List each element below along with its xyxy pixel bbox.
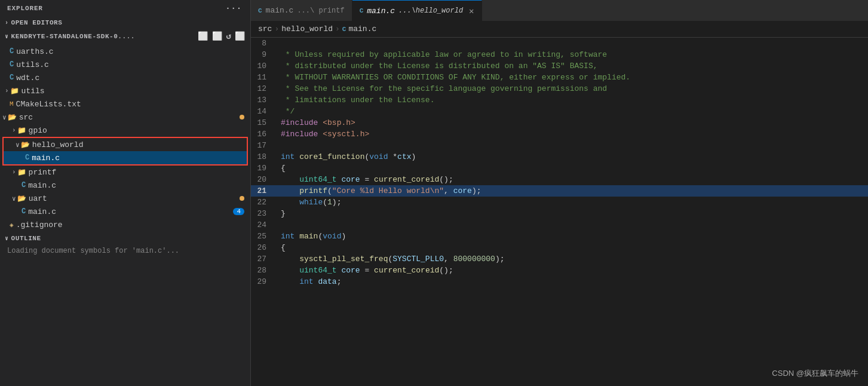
uart-badge: 4 bbox=[233, 208, 244, 215]
code-line-14: 14 */ bbox=[251, 106, 868, 117]
folder-chevron: › bbox=[12, 169, 16, 176]
cmake-icon: M bbox=[10, 100, 14, 108]
project-chevron: ∨ bbox=[5, 33, 9, 40]
folder-icon: 📂 bbox=[17, 194, 26, 203]
breadcrumb-c-icon: C bbox=[342, 26, 346, 33]
tab-printf-main[interactable]: C main.c ...\ printf bbox=[251, 0, 352, 21]
code-line-16: 16 #include <sysctl.h> bbox=[251, 128, 868, 140]
line-num: 23 bbox=[251, 208, 276, 219]
file-main-c-hello-world[interactable]: C main.c bbox=[4, 151, 247, 164]
folder-chevron: ∨ bbox=[2, 114, 7, 121]
collapse-icon[interactable]: ⬜ bbox=[235, 31, 246, 41]
breadcrumb-hello-world: hello_world bbox=[281, 24, 333, 33]
project-section[interactable]: ∨ KENDRYTE-STANDALONE-SDK-0.... ⬜ ⬜ ↺ ⬜ bbox=[0, 29, 250, 44]
folder-chevron: › bbox=[12, 127, 16, 134]
code-line-22: 22 while(1); bbox=[251, 197, 868, 208]
code-line-19: 19 { bbox=[251, 163, 868, 174]
file-label: .gitignore bbox=[16, 220, 63, 229]
code-line-15: 15 #include <bsp.h> bbox=[251, 117, 868, 128]
file-uarths[interactable]: C uarths.c bbox=[0, 45, 250, 58]
outline-label: OUTLINE bbox=[11, 235, 41, 242]
outline-status: Loading document symbols for 'main.c'... bbox=[0, 244, 250, 258]
folder-chevron: ∨ bbox=[12, 195, 16, 203]
code-line-27: 27 sysctl_pll_set_freq(SYSCTL_PLL0, 8000… bbox=[251, 253, 868, 265]
tab-hello-world-main[interactable]: C main.c ...\hello_world ✕ bbox=[352, 0, 482, 21]
line-content: } bbox=[276, 208, 286, 219]
c-icon: C bbox=[22, 181, 26, 189]
c-icon: C bbox=[10, 73, 14, 82]
file-main-c-printf[interactable]: C main.c bbox=[0, 179, 250, 192]
file-utils-c[interactable]: C utils.c bbox=[0, 58, 250, 71]
code-line-26: 26 { bbox=[251, 242, 868, 253]
more-icon[interactable]: ··· bbox=[224, 2, 243, 14]
folder-hello-world[interactable]: ∨ 📂 hello_world bbox=[4, 138, 247, 151]
folder-gpio[interactable]: › 📁 gpio bbox=[0, 124, 250, 137]
sidebar-header: EXPLORER ··· bbox=[0, 0, 250, 17]
folder-utils[interactable]: › 📁 utils bbox=[0, 84, 250, 97]
folder-icon: 📁 bbox=[17, 168, 26, 177]
folder-icon: 📁 bbox=[17, 126, 26, 135]
code-line-25: 25 int main(void) bbox=[251, 231, 868, 242]
code-line-17: 17 bbox=[251, 140, 868, 151]
code-editor[interactable]: 8 9 * Unless required by applicable law … bbox=[251, 38, 868, 386]
line-content: printf("Core %ld Hello world\n", core); bbox=[276, 185, 481, 197]
folder-src[interactable]: ∨ 📂 src bbox=[0, 111, 250, 124]
file-gitignore[interactable]: ◈ .gitignore bbox=[0, 218, 250, 231]
watermark: CSDN @疯狂飙车的蜗牛 bbox=[772, 368, 858, 379]
new-folder-icon[interactable]: ⬜ bbox=[212, 31, 223, 41]
code-line-21: 21 printf("Core %ld Hello world\n", core… bbox=[251, 185, 868, 197]
folder-icon: 📂 bbox=[8, 113, 17, 122]
file-tree: C uarths.c C utils.c C wdt.c › 📁 utils bbox=[0, 44, 250, 232]
code-line-13: 13 * limitations under the License. bbox=[251, 94, 868, 106]
file-icon: ◈ bbox=[10, 221, 14, 229]
file-label: main.c bbox=[32, 154, 60, 163]
file-wdt[interactable]: C wdt.c bbox=[0, 71, 250, 84]
file-label: main.c bbox=[28, 207, 56, 216]
line-content: int data; bbox=[276, 276, 341, 287]
line-num: 17 bbox=[251, 140, 276, 151]
folder-icon: 📂 bbox=[21, 140, 30, 149]
folder-printf[interactable]: › 📁 printf bbox=[0, 166, 250, 179]
code-line-12: 12 * See the License for the specific la… bbox=[251, 83, 868, 94]
tab-close-button[interactable]: ✕ bbox=[469, 6, 474, 16]
line-num: 12 bbox=[251, 83, 276, 94]
folder-icon: 📁 bbox=[10, 87, 19, 96]
breadcrumb: src › hello_world › C main.c bbox=[251, 21, 868, 38]
tab-c-icon: C bbox=[258, 7, 262, 14]
open-editors-section[interactable]: › OPEN EDITORS bbox=[0, 17, 250, 29]
line-content: * limitations under the License. bbox=[276, 94, 434, 106]
line-num: 29 bbox=[251, 276, 276, 287]
sidebar-content: › OPEN EDITORS ∨ KENDRYTE-STANDALONE-SDK… bbox=[0, 17, 250, 386]
line-content: #include <sysctl.h> bbox=[276, 128, 369, 140]
line-num: 22 bbox=[251, 197, 276, 208]
folder-label: src bbox=[19, 113, 33, 122]
file-label: utils.c bbox=[16, 60, 49, 69]
line-num: 16 bbox=[251, 128, 276, 140]
folder-uart[interactable]: ∨ 📂 uart bbox=[0, 192, 250, 205]
tab-path: ...\ printf bbox=[297, 7, 344, 15]
file-label: wdt.c bbox=[16, 73, 39, 82]
line-num: 24 bbox=[251, 219, 276, 231]
new-file-icon[interactable]: ⬜ bbox=[198, 31, 208, 41]
line-content: uint64_t core = current_coreid(); bbox=[276, 174, 453, 185]
line-content: uint64_t core = current_coreid(); bbox=[276, 265, 453, 276]
line-num: 27 bbox=[251, 253, 276, 265]
folder-chevron: ∨ bbox=[16, 141, 20, 149]
line-content: int core1_function(void *ctx) bbox=[276, 151, 416, 163]
line-content: { bbox=[276, 242, 286, 253]
code-line-18: 18 int core1_function(void *ctx) bbox=[251, 151, 868, 163]
line-content: #include <bsp.h> bbox=[276, 117, 355, 128]
line-content: sysctl_pll_set_freq(SYSCTL_PLL0, 8000000… bbox=[276, 253, 505, 265]
folder-chevron: › bbox=[5, 87, 9, 94]
file-cmake[interactable]: M CMakeLists.txt bbox=[0, 97, 250, 111]
breadcrumb-sep1: › bbox=[274, 24, 279, 33]
c-icon: C bbox=[10, 47, 14, 56]
folder-label: utils bbox=[22, 87, 45, 96]
sidebar-header-icons: ··· bbox=[224, 2, 243, 14]
file-main-c-uart[interactable]: C main.c 4 bbox=[0, 205, 250, 218]
editor-area: C main.c ...\ printf C main.c ...\hello_… bbox=[251, 0, 868, 386]
refresh-icon[interactable]: ↺ bbox=[226, 31, 231, 41]
outline-section[interactable]: ∨ OUTLINE bbox=[0, 232, 250, 244]
c-icon: C bbox=[22, 207, 26, 216]
code-line-29: 29 int data; bbox=[251, 276, 868, 287]
